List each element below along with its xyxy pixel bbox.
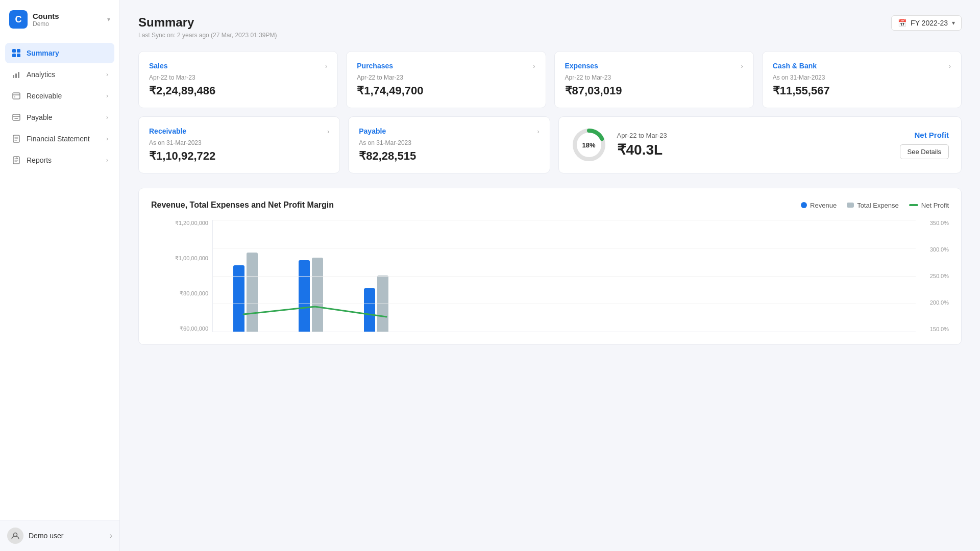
sidebar: C Counts Demo ▾ Summary bbox=[0, 0, 120, 551]
analytics-chevron-icon: › bbox=[106, 71, 108, 78]
payable-card-chevron-icon: › bbox=[537, 128, 539, 135]
cash-bank-card-chevron-icon: › bbox=[949, 62, 951, 70]
receivable-icon bbox=[11, 91, 21, 101]
y-axis-right: 350.0% 300.0% 250.0% 200.0% 150.0% bbox=[916, 220, 949, 332]
sales-card-period: Apr-22 to Mar-23 bbox=[149, 74, 327, 81]
purchases-card-chevron-icon: › bbox=[533, 62, 535, 70]
page-title: Summary bbox=[138, 15, 277, 30]
sidebar-item-summary[interactable]: Summary bbox=[5, 43, 114, 63]
fy-selector[interactable]: 📅 FY 2022-23 ▾ bbox=[891, 15, 962, 31]
svg-point-8 bbox=[14, 96, 15, 97]
sidebar-item-summary-label: Summary bbox=[27, 49, 108, 57]
sidebar-item-payable[interactable]: Payable › bbox=[5, 107, 114, 128]
bars-area bbox=[212, 220, 916, 332]
legend-profit: Net Profit bbox=[909, 202, 949, 209]
chart-section: Revenue, Total Expenses and Net Profit M… bbox=[138, 188, 962, 345]
cash-bank-card-amount: ₹11,55,567 bbox=[773, 84, 951, 97]
expense-legend-label: Total Expense bbox=[857, 202, 899, 209]
grid-line-1 bbox=[213, 220, 916, 220]
grid-line-3 bbox=[213, 276, 916, 277]
y-right-label-2: 300.0% bbox=[920, 246, 949, 253]
chart-header: Revenue, Total Expenses and Net Profit M… bbox=[151, 201, 949, 210]
net-profit-info: Apr-22 to Mar-23 ₹40.3L bbox=[617, 132, 890, 158]
expenses-card-title: Expenses bbox=[565, 62, 598, 70]
net-profit-donut: 18% bbox=[571, 127, 607, 163]
net-profit-card: 18% Apr-22 to Mar-23 ₹40.3L Net Profit S… bbox=[558, 116, 962, 173]
net-profit-label-area: Net Profit See Details bbox=[900, 131, 949, 159]
bar-may-revenue bbox=[299, 260, 310, 332]
bar-group-may bbox=[299, 258, 323, 332]
avatar bbox=[7, 528, 23, 544]
y-right-label-1: 350.0% bbox=[920, 220, 949, 226]
bar-apr-expense bbox=[247, 253, 258, 332]
financial-icon bbox=[11, 134, 21, 144]
sidebar-item-receivable[interactable]: Receivable › bbox=[5, 86, 114, 106]
payable-card-period: As on 31-Mar-2023 bbox=[359, 139, 539, 146]
user-chevron-icon: › bbox=[110, 531, 112, 540]
y-axis-left: ₹1,20,00,000 ₹1,00,00,000 ₹80,00,000 ₹60… bbox=[151, 220, 212, 332]
calendar-icon: 📅 bbox=[898, 19, 906, 27]
summary-cards-row1: Sales › Apr-22 to Mar-23 ₹2,24,89,486 Pu… bbox=[138, 51, 962, 108]
grid-line-2 bbox=[213, 248, 916, 248]
receivable-card-amount: ₹1,10,92,722 bbox=[149, 149, 329, 163]
brand-selector[interactable]: C Counts Demo ▾ bbox=[0, 0, 119, 39]
net-profit-title: Net Profit bbox=[900, 131, 949, 139]
receivable-chevron-icon: › bbox=[106, 92, 108, 99]
sales-card[interactable]: Sales › Apr-22 to Mar-23 ₹2,24,89,486 bbox=[138, 51, 338, 108]
page-subtitle: Last Sync on: 2 years ago (27 Mar, 2023 … bbox=[138, 32, 277, 39]
revenue-legend-label: Revenue bbox=[810, 202, 837, 209]
grid-line-4 bbox=[213, 304, 916, 304]
net-profit-amount: ₹40.3L bbox=[617, 141, 890, 158]
brand-name: Counts bbox=[33, 12, 102, 20]
fy-label: FY 2022-23 bbox=[911, 19, 948, 27]
receivable-card-period: As on 31-Mar-2023 bbox=[149, 139, 329, 146]
donut-percent-text: 18% bbox=[582, 141, 595, 149]
sidebar-item-payable-label: Payable bbox=[27, 113, 101, 121]
chart-body: ₹1,20,00,000 ₹1,00,00,000 ₹80,00,000 ₹60… bbox=[151, 220, 949, 332]
fy-chevron-icon: ▾ bbox=[952, 19, 955, 27]
brand-logo: C bbox=[9, 10, 28, 29]
financial-chevron-icon: › bbox=[106, 135, 108, 142]
receivable-card[interactable]: Receivable › As on 31-Mar-2023 ₹1,10,92,… bbox=[138, 116, 340, 173]
svg-rect-0 bbox=[12, 49, 16, 53]
bar-group-apr bbox=[233, 253, 258, 332]
page-header: Summary Last Sync on: 2 years ago (27 Ma… bbox=[138, 15, 962, 39]
cash-bank-card[interactable]: Cash & Bank › As on 31-Mar-2023 ₹11,55,5… bbox=[762, 51, 962, 108]
sidebar-item-financial[interactable]: Financial Statement › bbox=[5, 129, 114, 149]
summary-cards-row2: Receivable › As on 31-Mar-2023 ₹1,10,92,… bbox=[138, 116, 962, 173]
purchases-card-amount: ₹1,74,49,700 bbox=[357, 84, 535, 97]
purchases-card-period: Apr-22 to Mar-23 bbox=[357, 74, 535, 81]
sidebar-item-analytics[interactable]: Analytics › bbox=[5, 64, 114, 85]
sidebar-item-financial-label: Financial Statement bbox=[27, 135, 101, 143]
sales-card-title: Sales bbox=[149, 62, 168, 70]
sidebar-item-analytics-label: Analytics bbox=[27, 70, 101, 79]
reports-icon bbox=[11, 155, 21, 165]
revenue-legend-dot bbox=[801, 202, 807, 208]
receivable-card-title: Receivable bbox=[149, 127, 186, 135]
cash-bank-card-title: Cash & Bank bbox=[773, 62, 817, 70]
sidebar-nav: Summary Analytics › Re bbox=[0, 39, 119, 520]
user-profile[interactable]: Demo user › bbox=[0, 520, 119, 551]
y-left-label-2: ₹1,00,00,000 bbox=[151, 255, 208, 262]
purchases-card[interactable]: Purchases › Apr-22 to Mar-23 ₹1,74,49,70… bbox=[346, 51, 546, 108]
brand-chevron-icon: ▾ bbox=[107, 16, 110, 23]
profit-legend-label: Net Profit bbox=[921, 202, 949, 209]
sidebar-item-reports[interactable]: Reports › bbox=[5, 150, 114, 170]
see-details-button[interactable]: See Details bbox=[900, 144, 949, 159]
y-right-label-5: 150.0% bbox=[920, 326, 949, 332]
svg-rect-4 bbox=[13, 75, 14, 78]
payable-card-amount: ₹82,28,515 bbox=[359, 149, 539, 163]
expenses-card[interactable]: Expenses › Apr-22 to Mar-23 ₹87,03,019 bbox=[554, 51, 754, 108]
payable-card[interactable]: Payable › As on 31-Mar-2023 ₹82,28,515 bbox=[348, 116, 550, 173]
legend-revenue: Revenue bbox=[801, 202, 837, 209]
bar-may-expense bbox=[312, 258, 323, 332]
svg-rect-9 bbox=[13, 114, 20, 120]
svg-rect-3 bbox=[17, 54, 20, 57]
net-profit-period: Apr-22 to Mar-23 bbox=[617, 132, 890, 139]
y-left-label-1: ₹1,20,00,000 bbox=[151, 220, 208, 227]
payable-icon bbox=[11, 112, 21, 122]
brand-sub: Demo bbox=[33, 20, 102, 28]
payable-chevron-icon: › bbox=[106, 114, 108, 121]
y-right-label-3: 250.0% bbox=[920, 273, 949, 279]
reports-chevron-icon: › bbox=[106, 157, 108, 164]
